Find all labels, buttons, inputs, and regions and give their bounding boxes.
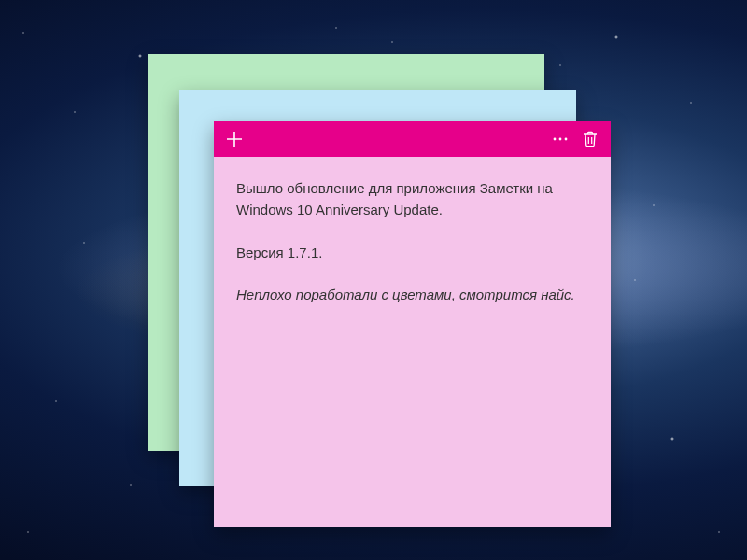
svg-point-2 xyxy=(565,138,568,141)
sticky-note-pink[interactable]: Вышло обновление для приложения Заметки … xyxy=(214,121,611,527)
add-note-button[interactable] xyxy=(219,124,249,154)
note-text-line-1: Вышло обновление для приложения Заметки … xyxy=(236,177,588,221)
more-options-button[interactable] xyxy=(545,124,575,154)
delete-note-button[interactable] xyxy=(575,124,605,154)
svg-point-1 xyxy=(559,138,562,141)
note-body[interactable]: Вышло обновление для приложения Заметки … xyxy=(214,157,611,346)
note-text-line-2: Версия 1.7.1. xyxy=(236,242,588,263)
plus-icon xyxy=(226,131,243,147)
trash-icon xyxy=(583,131,598,147)
ellipsis-icon xyxy=(552,131,569,147)
svg-point-0 xyxy=(554,138,557,141)
note-titlebar[interactable] xyxy=(214,121,611,157)
note-text-line-3: Неплохо поработали с цветами, смотрится … xyxy=(236,284,588,305)
